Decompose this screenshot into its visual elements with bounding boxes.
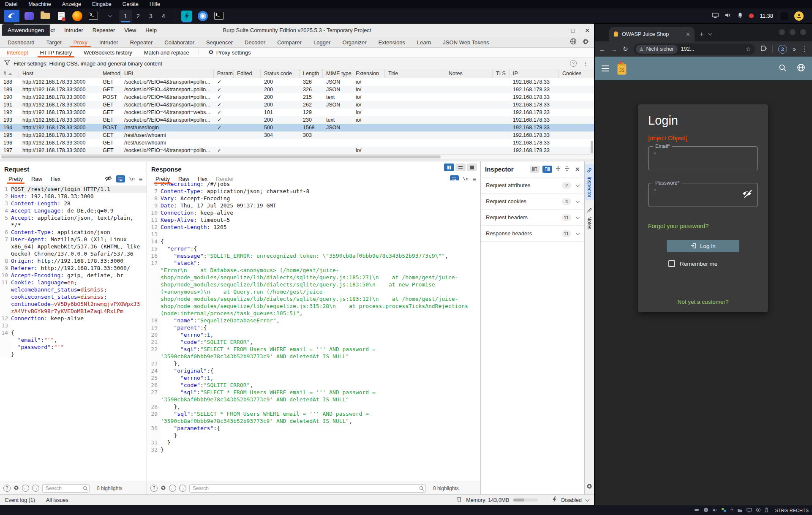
panel-box-icon[interactable] <box>779 12 788 20</box>
tab-dashboard[interactable]: Dashboard <box>2 37 41 47</box>
tab-hex[interactable]: Hex <box>46 174 65 184</box>
tab-collaborator[interactable]: Collaborator <box>158 37 200 47</box>
intercept-state[interactable]: Disabled <box>561 497 582 503</box>
browser-menu-icon[interactable]: ⋮ <box>801 45 808 53</box>
terminal-launcher[interactable]: $_ <box>87 10 100 22</box>
tab-raw[interactable]: Raw <box>27 174 46 184</box>
new-tab-button[interactable]: + <box>700 30 704 38</box>
back-button[interactable]: ← <box>599 46 605 53</box>
workspace-1[interactable]: 1 <box>119 10 132 22</box>
search-icon[interactable] <box>779 64 787 74</box>
table-row-196[interactable]: 196http://192.168.178.33:3000GET/rest/us… <box>0 139 594 147</box>
firefox-launcher[interactable] <box>71 10 84 22</box>
column-header-url[interactable]: URL <box>121 69 214 78</box>
folder-launcher[interactable] <box>39 10 52 22</box>
tab-pretty[interactable]: Pretty <box>4 174 27 184</box>
vm-menu-ger-te[interactable]: Geräte <box>123 1 139 7</box>
expand-all-icon[interactable] <box>555 166 561 173</box>
tab-pretty[interactable]: Pretty <box>151 174 174 184</box>
panel-settings-gear-icon[interactable] <box>586 483 592 491</box>
tab-intruder[interactable]: Intruder <box>93 37 124 47</box>
text-editor-launcher[interactable] <box>55 10 68 22</box>
tab-decoder[interactable]: Decoder <box>239 37 271 47</box>
browser-globe-icon[interactable] <box>570 38 577 46</box>
scrollbar-thumb[interactable] <box>1 155 441 158</box>
tab-learn[interactable]: Learn <box>411 37 437 47</box>
layout-columns-button[interactable] <box>444 163 454 171</box>
search-settings-gear-icon[interactable] <box>14 485 19 492</box>
chevron-down-icon[interactable] <box>586 497 590 501</box>
burp-menu-intruder[interactable]: Intruder <box>64 27 83 33</box>
event-log-button[interactable]: Event log (1) <box>5 497 35 503</box>
tab-intercept[interactable]: Intercept <box>1 48 34 57</box>
profile-avatar-icon[interactable] <box>778 45 787 54</box>
column-header-title[interactable]: Title <box>385 69 445 78</box>
response-editor[interactable]: 6X-Recruiting: /#/jobs7Content-Type: app… <box>147 180 480 482</box>
collapse-all-icon[interactable] <box>564 166 570 173</box>
eye-slash-icon[interactable] <box>105 175 112 183</box>
notifications-bell-icon[interactable] <box>737 12 743 20</box>
file-manager-launcher[interactable] <box>23 10 35 22</box>
table-row-193[interactable]: 193http://192.168.178.33:3000GET/socket.… <box>0 116 594 124</box>
column-header-params[interactable]: Params <box>214 69 234 78</box>
close-button[interactable]: ✕ <box>585 27 590 33</box>
tab-extensions[interactable]: Extensions <box>373 37 411 47</box>
tab-sequencer[interactable]: Sequencer <box>200 37 239 47</box>
help-icon[interactable]: ? <box>3 485 11 492</box>
workspace-2[interactable]: 2 <box>132 10 144 22</box>
tab-logger[interactable]: Logger <box>308 37 336 47</box>
user-session-icon[interactable] <box>794 11 804 21</box>
remember-me-checkbox[interactable] <box>668 260 675 267</box>
forward-button[interactable]: → <box>611 46 617 53</box>
remember-me-row[interactable]: Remember me <box>648 260 758 267</box>
forgot-password-link[interactable]: Forgot your password? <box>648 223 758 229</box>
table-row-189[interactable]: 189http://192.168.178.33:3000GET/socket.… <box>0 86 594 93</box>
settings-gear-icon[interactable] <box>583 38 589 46</box>
tab-match-and-replace[interactable]: Match and replace <box>138 48 195 57</box>
tab-comparer[interactable]: Comparer <box>271 37 308 47</box>
layout-single-button[interactable] <box>467 163 477 171</box>
show-password-eye-icon[interactable] <box>741 189 752 200</box>
table-horizontal-scrollbar[interactable] <box>0 154 594 159</box>
column-header-ip[interactable]: IP <box>510 69 559 78</box>
not-yet-customer-link[interactable]: Not yet a customer? <box>638 299 768 305</box>
help-icon[interactable]: ? <box>150 485 158 492</box>
vm-menu-hilfe[interactable]: Hilfe <box>150 1 160 7</box>
side-tab-notes[interactable]: Notes <box>585 204 594 232</box>
tab-target[interactable]: Target <box>41 37 68 47</box>
request-editor[interactable]: 1POST /rest/user/login HTTP/1.12Host: 19… <box>0 184 147 482</box>
table-row-190[interactable]: 190http://192.168.178.33:3000POST/socket… <box>0 93 594 101</box>
garbage-collect-icon[interactable] <box>457 496 462 504</box>
table-row-191[interactable]: 191http://192.168.178.33:3000GET/socket.… <box>0 101 594 109</box>
more-options-icon[interactable]: ⋮ <box>583 60 588 67</box>
inspector-close-icon[interactable]: ✕ <box>575 166 580 173</box>
extension-icon[interactable] <box>760 45 767 53</box>
table-row-195[interactable]: 195http://192.168.178.33:3000GET/rest/us… <box>0 131 594 139</box>
tab-proxy-settings[interactable]: Proxy settings <box>202 48 257 57</box>
workspace-4[interactable]: 4 <box>157 10 170 22</box>
bookmark-star-icon[interactable]: ☆ <box>746 46 751 52</box>
address-bar[interactable]: ⚠ Nicht sicher 192... ☆ <box>634 44 755 55</box>
column-header-edited[interactable]: Edited <box>234 69 261 78</box>
table-row-192[interactable]: 192http://192.168.178.33:3000GET/socket.… <box>0 109 594 116</box>
tab-repeater[interactable]: Repeater <box>124 37 158 47</box>
next-match-button[interactable]: → <box>32 485 39 492</box>
password-field[interactable]: Password* ' <box>648 183 758 207</box>
table-vertical-scrollbar[interactable] <box>591 141 593 153</box>
tab-render[interactable]: Render <box>212 174 238 184</box>
applications-button[interactable] <box>4 10 19 22</box>
intercept-toggle-icon[interactable] <box>552 496 557 504</box>
tab-http-history[interactable]: HTTP history <box>34 48 78 57</box>
inspector-section-request-cookies[interactable]: Request cookies4 <box>481 193 584 210</box>
layout-rows-button[interactable] <box>455 163 466 171</box>
taskbar-chromium-button[interactable] <box>196 10 209 22</box>
column-header-num[interactable]: # <box>0 69 19 78</box>
tab-close-icon[interactable]: ✕ <box>686 31 690 38</box>
vm-menu-maschine[interactable]: Maschine <box>28 1 51 7</box>
column-header-cookies[interactable]: Cookies <box>559 69 594 78</box>
newline-toggle-icon[interactable]: \n <box>129 176 135 182</box>
burp-menu-repeater[interactable]: Repeater <box>93 27 115 33</box>
word-wrap-toggle[interactable] <box>116 175 125 183</box>
tab-organizer[interactable]: Organizer <box>336 37 372 47</box>
minimize-button[interactable]: – <box>558 27 561 33</box>
